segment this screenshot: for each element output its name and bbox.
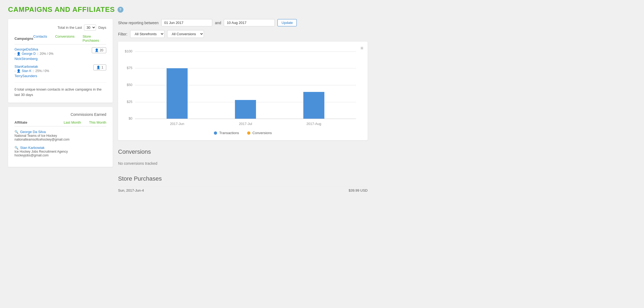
no-conversions-text: No conversions tracked xyxy=(118,160,368,170)
legend-conversions-label: Conversions xyxy=(253,131,272,135)
store-row-date: Sun, 2017-Jun-4 xyxy=(118,188,144,192)
campaigns-header: Total in the Last 30 60 90 Days xyxy=(14,24,106,31)
col-lastmonth-header: Last Month xyxy=(64,120,81,124)
campaign-item-3: StanKarbowiak - 👤 Stan K :: 25% / 0% 👤 1 xyxy=(14,65,106,73)
affiliates-header: Commissions Earned xyxy=(14,112,106,117)
affiliate-email-2: hockeyjobs@gmail.com xyxy=(14,153,106,157)
svg-text:$25: $25 xyxy=(127,100,132,104)
campaign-sub-1: - 👤 George D :: 20% / 0% xyxy=(14,52,53,56)
svg-text:2017-Aug: 2017-Aug xyxy=(306,122,321,126)
page-title-bar: CAMPAIGNS AND AFFILIATES ? xyxy=(8,5,368,14)
help-icon[interactable]: ? xyxy=(118,7,123,13)
days-select[interactable]: 30 60 90 xyxy=(84,24,96,31)
conversions-filter-select[interactable]: All Conversions xyxy=(167,30,204,38)
left-column: Total in the Last 30 60 90 Days Campaign… xyxy=(8,19,113,167)
total-contacts-text: 0 total unique known contacts in active … xyxy=(14,87,106,97)
search-icon-2: 🔍 xyxy=(14,146,19,150)
search-icon-1: 🔍 xyxy=(14,130,19,134)
bar-aug xyxy=(303,92,324,119)
bar-jun xyxy=(167,68,188,119)
storefront-filter-select[interactable]: All Storefronts xyxy=(130,30,164,38)
campaign-affiliate-1[interactable]: George D xyxy=(22,52,36,56)
col-thismonth-header: This Month xyxy=(89,120,106,124)
affiliate-item-1: 🔍 George Da Silva National Teams of Ice … xyxy=(14,130,106,141)
campaign-sub-3: - 👤 Stan K :: 25% / 0% xyxy=(14,69,49,73)
affiliate-link-1[interactable]: George Da Silva xyxy=(20,130,46,134)
store-purchases-section: Store Purchases Sun, 2017-Jun-4 $39.99 U… xyxy=(118,173,368,194)
col-campaigns-header: Campaigns xyxy=(14,37,33,41)
contact-count-1: 20 xyxy=(100,48,103,52)
affiliate-org-2: Ice Hockey Jobs Recruitment Agency xyxy=(14,150,106,153)
campaign-item-1: GeorgeDaSilva - 👤 George D :: 20% / 0% 👤… xyxy=(14,47,106,56)
right-column: Show reporting between and Update Filter… xyxy=(118,19,368,194)
conversions-title: Conversions xyxy=(118,146,368,157)
conversions-section: Conversions No conversions tracked xyxy=(118,146,368,170)
svg-text:$100: $100 xyxy=(125,49,132,53)
chart-card: ≡ $100 $75 $50 $25 $0 xyxy=(118,42,368,140)
chart-legend: Transactions Conversions xyxy=(125,131,361,135)
legend-transactions: Transactions xyxy=(214,131,239,135)
store-purchases-title: Store Purchases xyxy=(118,173,368,184)
reporting-label: Show reporting between xyxy=(118,21,159,25)
store-row-1: Sun, 2017-Jun-4 $39.99 USD xyxy=(118,187,368,194)
bar-jul xyxy=(235,100,256,119)
campaigns-divider xyxy=(14,82,106,83)
campaign-name-4[interactable]: TerrySaunders xyxy=(14,74,106,78)
contact-badge-icon-3: 👤 xyxy=(96,66,100,69)
legend-transactions-label: Transactions xyxy=(219,131,239,135)
filter-row: Filter: All Storefronts All Conversions xyxy=(118,30,368,38)
campaign-name-3[interactable]: StanKarbowiak xyxy=(14,65,49,69)
and-label: and xyxy=(215,21,221,25)
person-icon-3: 👤 xyxy=(17,69,21,73)
legend-dot-blue xyxy=(214,131,217,135)
affiliates-commissions-title: Commissions Earned xyxy=(71,112,106,117)
total-label: Total in the Last xyxy=(57,26,82,30)
col-affiliate-header: Affiliate xyxy=(14,120,27,124)
campaigns-columns: Campaigns Contacts Conversions Store Pur… xyxy=(14,34,106,45)
update-button[interactable]: Update xyxy=(277,19,297,26)
date-to-input[interactable] xyxy=(224,19,275,26)
campaign-item-2: NickStromberg xyxy=(14,57,106,61)
contact-badge-1: 👤 20 xyxy=(92,47,106,53)
affiliate-item-2: 🔍 Stan Karbowiak Ice Hockey Jobs Recruit… xyxy=(14,146,106,157)
page-title: CAMPAIGNS AND AFFILIATES xyxy=(8,5,115,14)
svg-text:$75: $75 xyxy=(127,66,132,70)
svg-text:$50: $50 xyxy=(127,83,132,87)
campaign-name-2[interactable]: NickStromberg xyxy=(14,57,106,61)
affiliates-card: Commissions Earned Affiliate Last Month … xyxy=(8,107,113,167)
affiliate-link-2[interactable]: Stan Karbowiak xyxy=(20,146,45,150)
contact-badge-3: 👤 1 xyxy=(93,65,106,70)
chart-area: $100 $75 $50 $25 $0 xyxy=(125,47,361,128)
reporting-controls: Show reporting between and Update xyxy=(118,19,368,26)
affiliates-columns: Affiliate Last Month This Month xyxy=(14,120,106,127)
affiliate-email-1: nationalteamsoficehockey@gmail.com xyxy=(14,138,106,141)
campaign-name-1[interactable]: GeorgeDaSilva xyxy=(14,47,53,51)
affiliate-org-1: National Teams of Ice Hockey xyxy=(14,134,106,138)
person-icon-1: 👤 xyxy=(17,52,21,56)
chart-svg: $100 $75 $50 $25 $0 xyxy=(125,47,361,128)
filter-label: Filter: xyxy=(118,32,127,36)
date-from-input[interactable] xyxy=(161,19,212,26)
svg-text:$0: $0 xyxy=(129,116,132,120)
svg-text:2017-Jul: 2017-Jul xyxy=(239,122,252,126)
days-label: Days xyxy=(98,26,106,30)
affiliate-name-row-2: 🔍 Stan Karbowiak xyxy=(14,146,106,150)
svg-text:2017-Jun: 2017-Jun xyxy=(170,122,184,126)
campaigns-card: Total in the Last 30 60 90 Days Campaign… xyxy=(8,19,113,103)
campaign-affiliate-3[interactable]: Stan K xyxy=(22,69,31,73)
legend-dot-orange xyxy=(247,131,250,135)
affiliate-name-row-1: 🔍 George Da Silva xyxy=(14,130,106,134)
campaign-item-4: TerrySaunders xyxy=(14,74,106,78)
col-contacts-header: Contacts xyxy=(33,34,47,42)
col-conversions-header: Conversions xyxy=(55,34,74,42)
contact-badge-icon-1: 👤 xyxy=(95,48,99,52)
store-row-amount: $39.99 USD xyxy=(349,188,368,192)
contact-count-3: 1 xyxy=(101,66,103,69)
legend-conversions: Conversions xyxy=(247,131,272,135)
col-store-header: Store Purchases xyxy=(83,34,106,42)
